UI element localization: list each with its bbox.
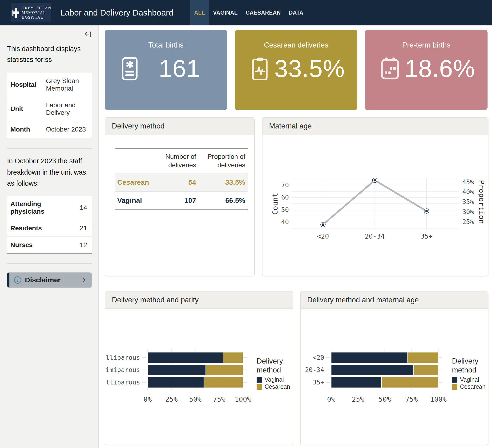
svg-text:Count: Count <box>271 193 279 215</box>
panel-title: Delivery method <box>105 118 254 135</box>
svg-text:50: 50 <box>281 206 289 213</box>
kpi-preterm-births: Pre-term births <box>365 30 488 110</box>
table-row: Unit Labor and Delivery <box>7 97 92 121</box>
svg-text:method: method <box>256 366 281 374</box>
svg-text:Delivery: Delivery <box>256 357 283 365</box>
svg-text:25%: 25% <box>165 395 177 403</box>
svg-text:Delivery: Delivery <box>452 357 478 365</box>
svg-text:100%: 100% <box>235 395 251 403</box>
svg-text:Multiparous: Multiparous <box>105 378 140 386</box>
panel-title: Delivery method and maternal age <box>301 291 488 309</box>
svg-text:Nulliparous: Nulliparous <box>105 354 140 361</box>
svg-text:25%: 25% <box>462 218 474 225</box>
panel-title: Maternal age <box>263 118 488 135</box>
table-row: Hospital Grey Sloan Memorial <box>7 73 92 97</box>
svg-text:0%: 0% <box>144 395 152 403</box>
svg-text:25%: 25% <box>352 395 364 403</box>
maternal-age-panel: Maternal age 4050607025%30%35%40%45%<202… <box>262 117 489 277</box>
sidebar-divider <box>7 148 92 149</box>
sidebar-intro-text: This dashboard displays statistics for:s… <box>7 43 92 65</box>
svg-text:35+: 35+ <box>313 378 324 386</box>
parity-stacked-bar-chart: NulliparousPrimiparousMultiparous0%25%50… <box>105 309 293 445</box>
column-header: Number of deliveries <box>159 149 198 173</box>
navbar: GREY+SLOAN MEMORIAL HOSPITAL Labor and D… <box>0 0 492 25</box>
svg-text:i: i <box>17 278 18 283</box>
svg-text:45%: 45% <box>462 178 474 186</box>
table-row: Attending physicians 14 <box>7 196 92 220</box>
svg-text:30%: 30% <box>462 208 474 216</box>
kpi-title: Cesarean deliveries <box>235 41 357 50</box>
svg-text:Vaginal: Vaginal <box>265 376 284 383</box>
main-content: Total births 161 <box>99 25 492 448</box>
disclaimer-label: Disclaimer <box>25 276 81 284</box>
table-header-row: Number of deliveries Proportion of deliv… <box>115 149 248 173</box>
svg-text:60: 60 <box>281 194 289 201</box>
page-title: Labor and Delivery Dashboard <box>60 8 173 17</box>
delivery-method-table: Number of deliveries Proportion of deliv… <box>115 148 248 210</box>
table-row: Residents 21 <box>7 220 92 237</box>
kpi-cesarean-deliveries: Cesarean deliveries 33.5% <box>235 30 357 110</box>
column-header: Proportion of deliveries <box>198 149 248 173</box>
panel-title: Delivery method and parity <box>105 291 293 309</box>
svg-text:35+: 35+ <box>421 232 433 240</box>
staff-table: Attending physicians 14 Residents 21 Nur… <box>7 196 92 254</box>
svg-text:Proportion: Proportion <box>477 180 486 224</box>
maternal-age-line-chart: 4050607025%30%35%40%45%<2020-3435+CountP… <box>263 135 488 277</box>
table-row: Month October 2023 <box>7 121 92 138</box>
table-row-vaginal: Vaginal 107 66.5% <box>115 191 248 210</box>
hospital-info-table: Hospital Grey Sloan Memorial Unit Labor … <box>7 73 92 138</box>
hospital-logo: GREY+SLOAN MEMORIAL HOSPITAL <box>11 3 51 22</box>
clipboard-pulse-icon <box>249 57 271 81</box>
svg-text:Primiparous: Primiparous <box>105 366 140 373</box>
svg-text:35%: 35% <box>462 198 474 205</box>
hospital-cross-icon <box>11 5 20 20</box>
nav-tabs: ALL VAGINAL CAESAREAN DATA <box>190 0 308 25</box>
svg-text:70: 70 <box>281 181 289 189</box>
disclaimer-button[interactable]: i Disclaimer <box>7 272 92 288</box>
table-row: Nurses 12 <box>7 237 92 254</box>
svg-text:Cesarean: Cesarean <box>460 383 485 390</box>
tab-caesarean[interactable]: CAESAREAN <box>242 0 285 25</box>
calendar-icon <box>379 57 401 80</box>
svg-text:<20: <20 <box>317 232 329 240</box>
svg-text:method: method <box>452 366 476 374</box>
svg-text:50%: 50% <box>189 395 201 403</box>
svg-text:0%: 0% <box>327 395 336 403</box>
svg-text:20-34: 20-34 <box>305 366 324 373</box>
age-stacked-bar-chart: <2020-3435+0%25%50%75%100%Deliverymethod… <box>301 309 488 445</box>
svg-text:Cesarean: Cesarean <box>265 383 290 390</box>
svg-text:40: 40 <box>281 218 289 226</box>
svg-text:75%: 75% <box>405 395 418 403</box>
info-icon: i <box>14 276 22 284</box>
delivery-method-panel: Delivery method Number of deliveries Pro… <box>105 117 255 277</box>
kpi-title: Pre-term births <box>365 41 488 50</box>
kpi-total-births: Total births 161 <box>105 30 227 110</box>
collapse-sidebar-icon[interactable] <box>84 30 92 38</box>
svg-text:40%: 40% <box>462 188 474 196</box>
svg-text:Vaginal: Vaginal <box>460 376 479 383</box>
kpi-value: 18.6% <box>401 55 478 83</box>
kpi-title: Total births <box>105 41 227 50</box>
svg-text:<20: <20 <box>313 354 324 361</box>
sidebar: This dashboard displays statistics for:s… <box>0 25 99 448</box>
svg-text:20-34: 20-34 <box>365 232 385 240</box>
svg-text:75%: 75% <box>213 395 225 403</box>
chevron-right-icon <box>81 277 88 284</box>
tab-all[interactable]: ALL <box>190 0 209 25</box>
tab-vaginal[interactable]: VAGINAL <box>209 0 242 25</box>
svg-text:100%: 100% <box>430 395 447 403</box>
sidebar-divider <box>7 264 92 264</box>
svg-text:50%: 50% <box>379 395 391 403</box>
parity-panel: Delivery method and parity NulliparousPr… <box>105 291 293 445</box>
hospital-logo-text: GREY+SLOAN MEMORIAL HOSPITAL <box>22 6 51 20</box>
file-medical-icon <box>118 57 141 81</box>
table-row-cesarean: Cesarean 54 33.5% <box>115 173 248 191</box>
kpi-value: 161 <box>141 55 218 83</box>
age-method-panel: Delivery method and maternal age <2020-3… <box>300 291 489 445</box>
staff-intro-text: In October 2023 the staff breakdown in t… <box>7 156 92 189</box>
tab-data[interactable]: DATA <box>285 0 308 25</box>
kpi-value: 33.5% <box>271 55 348 83</box>
